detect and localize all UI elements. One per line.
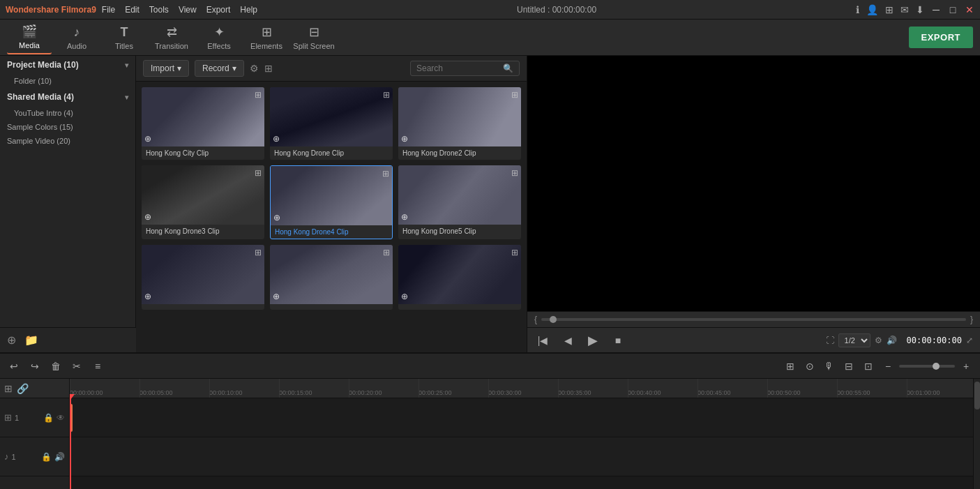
media-card-6[interactable]: ⊞ ⊕ Hong Kong Drone5 Clip	[398, 165, 521, 239]
grid-thumb-icon-2: ⊞	[383, 90, 390, 100]
toolbar-audio[interactable]: ♪ Audio	[54, 21, 99, 54]
menu-bar[interactable]: File Edit Tools View Export Help	[102, 5, 257, 15]
trim-in-icon[interactable]: {	[534, 315, 537, 324]
delete-button[interactable]: 🗑	[47, 358, 64, 375]
record-voice-icon[interactable]: 🎙	[821, 358, 838, 375]
toolbar-media[interactable]: 🎬 Media	[7, 21, 52, 54]
add-to-timeline-icon-5[interactable]: ⊕	[273, 213, 280, 223]
video-visibility-icon[interactable]: 👁	[56, 413, 65, 423]
add-folder-icon[interactable]: 📁	[24, 333, 38, 347]
media-card-9[interactable]: ⊞ ⊕	[398, 245, 521, 310]
toolbar-splitscreen[interactable]: ⊟ Split Screen	[292, 21, 336, 54]
media-card-5[interactable]: ⊞ ⊕ Hong Kong Drone4 Clip	[270, 165, 393, 239]
audio-track-row[interactable]	[70, 437, 973, 476]
video-track-row[interactable]	[70, 398, 973, 437]
preview-slider[interactable]	[541, 318, 966, 321]
titlebar-controls[interactable]: ℹ 👤 ⊞ ✉ ⬇ ─ □ ✕	[856, 4, 974, 15]
search-input[interactable]	[416, 63, 500, 73]
cut-button[interactable]: ✂	[68, 358, 85, 375]
media-card-7[interactable]: ⊞ ⊕	[142, 245, 264, 310]
timeline-scrollbar[interactable]	[973, 379, 980, 489]
mail-icon[interactable]: ✉	[900, 4, 909, 15]
add-to-timeline-icon-2[interactable]: ⊕	[273, 134, 280, 144]
step-back-icon[interactable]: ◀	[559, 332, 576, 349]
media-card-4[interactable]: ⊞ ⊕ Hong Kong Drone3 Clip	[142, 165, 264, 239]
speed-select[interactable]: 1/2 1/4 1 2	[838, 333, 870, 347]
timeline-zoom-handle[interactable]	[933, 363, 940, 370]
sidebar-shared-media-section: Shared Media (4) ▾ YouTube Intro (4)	[0, 88, 135, 120]
add-to-timeline-icon-7[interactable]: ⊕	[144, 292, 151, 301]
scrollbar-thumb[interactable]	[974, 382, 980, 409]
menu-tools[interactable]: Tools	[149, 5, 169, 15]
account-icon[interactable]: 👤	[866, 4, 878, 15]
import-dropdown[interactable]: Import ▾	[143, 60, 189, 77]
add-to-timeline-icon-3[interactable]: ⊕	[401, 134, 408, 144]
caption-icon[interactable]: ⊡	[860, 358, 877, 375]
zoom-in-icon[interactable]: +	[958, 358, 974, 375]
timeline-zoom-slider[interactable]	[899, 365, 955, 368]
video-lock-icon[interactable]: 🔒	[43, 413, 54, 423]
add-track-icon[interactable]: ⊞	[4, 383, 13, 394]
audio-detach-icon[interactable]: ≡	[89, 358, 106, 375]
media-card-1[interactable]: ⊞ ⊕ Hong Kong City Clip	[142, 87, 264, 160]
link-track-icon[interactable]: 🔗	[17, 383, 29, 394]
trim-out-icon[interactable]: }	[970, 315, 973, 324]
add-to-timeline-icon-4[interactable]: ⊕	[144, 212, 151, 222]
export-button[interactable]: EXPORT	[909, 27, 973, 48]
info-icon[interactable]: ℹ	[856, 4, 859, 15]
menu-file[interactable]: File	[102, 5, 115, 15]
download-icon[interactable]: ⬇	[916, 4, 924, 15]
add-to-timeline-icon-6[interactable]: ⊕	[401, 212, 408, 222]
add-to-timeline-icon-1[interactable]: ⊕	[144, 134, 151, 144]
menu-view[interactable]: View	[179, 5, 197, 15]
redo-button[interactable]: ↪	[27, 358, 43, 375]
toolbar-effects[interactable]: ✦ Effects	[197, 21, 241, 54]
add-media-icon[interactable]: ⊕	[7, 333, 16, 347]
audio-mix-icon[interactable]: ⊟	[840, 358, 857, 375]
media-card-3[interactable]: ⊞ ⊕ Hong Kong Drone2 Clip	[398, 87, 521, 160]
play-button[interactable]: ▶	[585, 332, 601, 349]
timeline-body: ⊞ 🔗 ⊞ 1 🔒 👁 ♪ 1 🔒 🔊	[0, 379, 980, 489]
scene-detect-icon[interactable]: ⊞	[782, 358, 799, 375]
grid-icon[interactable]: ⊞	[264, 63, 273, 74]
sidebar-project-media-header[interactable]: Project Media (10) ▾	[0, 56, 135, 74]
sidebar-sample-colors-item[interactable]: Sample Colors (15)	[0, 120, 135, 134]
close-button[interactable]: ✕	[965, 5, 974, 15]
media-card-2[interactable]: ⊞ ⊕ Hong Kong Drone Clip	[270, 87, 393, 160]
record-dropdown[interactable]: Record ▾	[195, 60, 244, 77]
undo-button[interactable]: ↩	[6, 358, 22, 375]
motion-track-icon[interactable]: ⊙	[801, 358, 818, 375]
fullscreen-icon[interactable]: ⛶	[826, 336, 834, 345]
menu-edit[interactable]: Edit	[125, 5, 140, 15]
sidebar-folder-item[interactable]: Folder (10)	[0, 74, 135, 88]
volume-icon[interactable]: 🔊	[887, 336, 897, 345]
search-box[interactable]: 🔍	[410, 61, 520, 76]
audio-volume-icon[interactable]: 🔊	[54, 452, 65, 462]
minimize-button[interactable]: ─	[931, 5, 941, 15]
menu-export[interactable]: Export	[206, 5, 231, 15]
add-to-timeline-icon-8[interactable]: ⊕	[273, 292, 280, 301]
audio-lock-icon[interactable]: 🔒	[41, 452, 52, 462]
toolbar-elements[interactable]: ⊞ Elements	[244, 21, 289, 54]
sidebar-sample-video-item[interactable]: Sample Video (20)	[0, 134, 135, 148]
sidebar-youtube-intro-item[interactable]: YouTube Intro (4)	[0, 106, 135, 120]
media-card-8[interactable]: ⊞ ⊕	[270, 245, 393, 310]
menu-help[interactable]: Help	[240, 5, 257, 15]
preview-slider-handle[interactable]	[550, 316, 557, 323]
layout-icon[interactable]: ⊞	[885, 4, 894, 15]
toolbar-transition[interactable]: ⇄ Transition	[149, 21, 194, 54]
toolbar-titles[interactable]: T Titles	[102, 21, 146, 54]
stop-button[interactable]: ■	[610, 332, 626, 349]
playhead[interactable]	[70, 398, 71, 489]
maximize-button[interactable]: □	[948, 5, 958, 15]
ruler-line-11	[837, 379, 838, 398]
expand-icon[interactable]: ⤢	[966, 336, 973, 345]
skip-back-icon[interactable]: |◀	[534, 332, 551, 349]
zoom-out-icon[interactable]: −	[880, 358, 896, 375]
sidebar-shared-media-header[interactable]: Shared Media (4) ▾	[0, 88, 135, 106]
sidebar-sample-colors-label: Sample Colors (15)	[7, 123, 73, 131]
preview-settings-icon[interactable]: ⚙	[875, 336, 882, 345]
add-to-timeline-icon-9[interactable]: ⊕	[401, 292, 408, 301]
toolbar-splitscreen-label: Split Screen	[293, 42, 334, 50]
filter-icon[interactable]: ⚙	[250, 63, 259, 74]
